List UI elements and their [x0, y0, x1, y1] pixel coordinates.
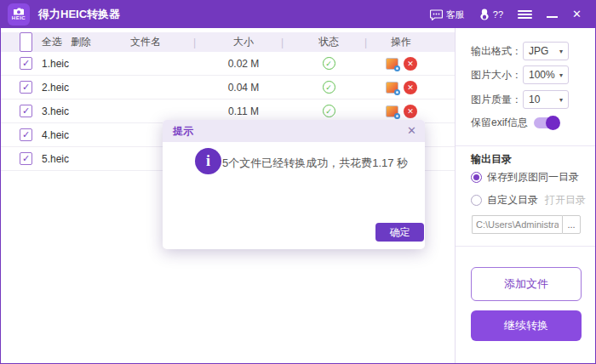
dialog-close-icon[interactable]: ✕ — [407, 120, 416, 142]
qq-penguin-icon — [479, 9, 490, 20]
image-size-label: 图片大小： — [471, 68, 522, 82]
radio-custom-dir-label: 自定义目录 — [487, 193, 538, 208]
file-name: 2.heic — [42, 76, 69, 99]
exif-toggle[interactable] — [534, 117, 559, 128]
actions-cell: ✕ — [386, 52, 417, 75]
customer-service-label: 客服 — [446, 9, 465, 21]
radio-unselected-icon — [471, 195, 482, 206]
app-title: 得力HEIC转换器 — [38, 1, 120, 28]
chevron-down-icon: ▾ — [559, 48, 563, 55]
settings-sidebar: 输出格式： JPG ▾ 图片大小： 100% ▾ 图片质量： 10 ▾ 保留ex… — [455, 28, 596, 364]
image-quality-row: 图片质量： 10 ▾ — [471, 90, 569, 109]
table-row: ✓ 1.heic 0.02 M ✓ ✕ — [1, 52, 455, 76]
file-size: 0.11 M — [218, 100, 269, 122]
output-path-row: ... — [472, 215, 581, 234]
qq-contact-button[interactable]: ?? — [479, 9, 503, 20]
radio-custom-dir[interactable]: 自定义目录 打开目录 — [471, 193, 586, 208]
titlebar-controls: 客服 ?? ✕ — [430, 1, 595, 28]
image-quality-value: 10 — [529, 94, 540, 105]
file-name: 4.heic — [42, 123, 69, 146]
col-filename: 文件名 — [120, 32, 171, 52]
preview-image-icon[interactable] — [386, 58, 398, 70]
image-size-value: 100% — [529, 69, 555, 81]
row-checkbox[interactable]: ✓ — [20, 57, 32, 70]
chat-bubble-icon — [430, 9, 443, 20]
image-quality-select[interactable]: 10 ▾ — [523, 90, 569, 109]
status-cell: ✓ — [303, 100, 354, 122]
file-name: 3.heic — [42, 100, 69, 122]
output-dir-title: 输出目录 — [471, 152, 512, 167]
status-cell: ✓ — [303, 76, 354, 99]
file-size: 0.02 M — [218, 52, 269, 75]
close-icon[interactable]: ✕ — [572, 1, 582, 28]
info-icon: i — [195, 148, 221, 174]
continue-convert-button[interactable]: 继续转换 — [471, 310, 582, 341]
image-quality-label: 图片质量： — [471, 93, 522, 107]
status-cell: ✓ — [303, 52, 354, 75]
column-separator: | — [193, 32, 196, 52]
camera-icon — [13, 8, 25, 15]
browse-button[interactable]: ... — [562, 215, 581, 234]
titlebar: HEIC 得力HEIC转换器 客服 ?? — [1, 1, 595, 28]
success-icon: ✓ — [323, 105, 335, 117]
app-logo: HEIC — [8, 3, 30, 26]
row-checkbox[interactable]: ✓ — [20, 152, 32, 165]
radio-selected-icon — [471, 172, 482, 183]
add-files-button[interactable]: 添加文件 — [471, 267, 582, 301]
select-all-checkbox[interactable] — [20, 32, 32, 52]
table-header: 全选 删除 文件名 | 大小 | 状态 | 操作 — [1, 32, 455, 52]
column-separator: | — [281, 32, 284, 52]
row-checkbox[interactable]: ✓ — [20, 128, 32, 141]
toggle-knob — [546, 116, 560, 130]
col-status: 状态 — [303, 32, 354, 52]
file-name: 5.heic — [42, 147, 69, 170]
actions-cell: ✕ — [386, 100, 417, 122]
col-actions: 操作 — [375, 32, 427, 52]
image-size-select[interactable]: 100% ▾ — [523, 65, 569, 84]
customer-service-button[interactable]: 客服 — [430, 9, 465, 21]
dialog-header: 提示 ✕ — [163, 120, 425, 142]
minimize-icon[interactable] — [547, 16, 558, 18]
radio-same-dir-label: 保存到原图同一目录 — [487, 170, 579, 185]
menu-icon[interactable] — [518, 10, 532, 19]
row-checkbox[interactable]: ✓ — [20, 105, 32, 117]
column-separator: | — [364, 32, 367, 52]
remove-file-icon[interactable]: ✕ — [404, 57, 417, 71]
logo-label: HEIC — [12, 15, 26, 21]
row-checkbox[interactable]: ✓ — [20, 81, 32, 94]
preview-image-icon[interactable] — [386, 105, 398, 117]
sidebar-divider — [456, 145, 596, 146]
preview-image-icon[interactable] — [386, 82, 398, 94]
qq-contact-label: ?? — [493, 9, 503, 20]
sidebar-divider — [456, 246, 596, 247]
table-row: ✓ 2.heic 0.04 M ✓ ✕ — [1, 76, 455, 100]
file-size: 0.04 M — [218, 76, 269, 99]
chevron-down-icon: ▾ — [559, 96, 563, 104]
app-window: HEIC 得力HEIC转换器 客服 ?? — [0, 0, 596, 364]
output-path-input[interactable] — [472, 215, 562, 234]
output-format-label: 输出格式： — [471, 44, 522, 59]
remove-file-icon[interactable]: ✕ — [404, 105, 417, 118]
delete-label[interactable]: 删除 — [71, 32, 91, 52]
col-size: 大小 — [218, 32, 269, 52]
select-all-label[interactable]: 全选 — [42, 32, 62, 52]
open-dir-link[interactable]: 打开目录 — [545, 193, 586, 208]
dialog-message: 5个文件已经转换成功，共花费1.17 秒 — [222, 156, 408, 171]
exif-label: 保留exif信息 — [471, 116, 528, 130]
success-icon: ✓ — [323, 57, 335, 70]
actions-cell: ✕ — [386, 76, 417, 99]
file-name: 1.heic — [42, 52, 69, 75]
output-format-value: JPG — [529, 45, 548, 57]
exif-row: 保留exif信息 — [471, 116, 559, 130]
image-size-row: 图片大小： 100% ▾ — [471, 65, 569, 84]
dialog-title: 提示 — [173, 120, 193, 142]
remove-file-icon[interactable]: ✕ — [404, 81, 417, 94]
radio-same-dir[interactable]: 保存到原图同一目录 — [471, 170, 579, 185]
success-icon: ✓ — [323, 81, 335, 94]
chevron-down-icon: ▾ — [559, 71, 563, 79]
result-dialog: 提示 ✕ i 5个文件已经转换成功，共花费1.17 秒 确定 — [163, 120, 425, 249]
ok-button[interactable]: 确定 — [375, 223, 424, 242]
output-format-row: 输出格式： JPG ▾ — [471, 42, 569, 60]
output-format-select[interactable]: JPG ▾ — [523, 42, 569, 60]
